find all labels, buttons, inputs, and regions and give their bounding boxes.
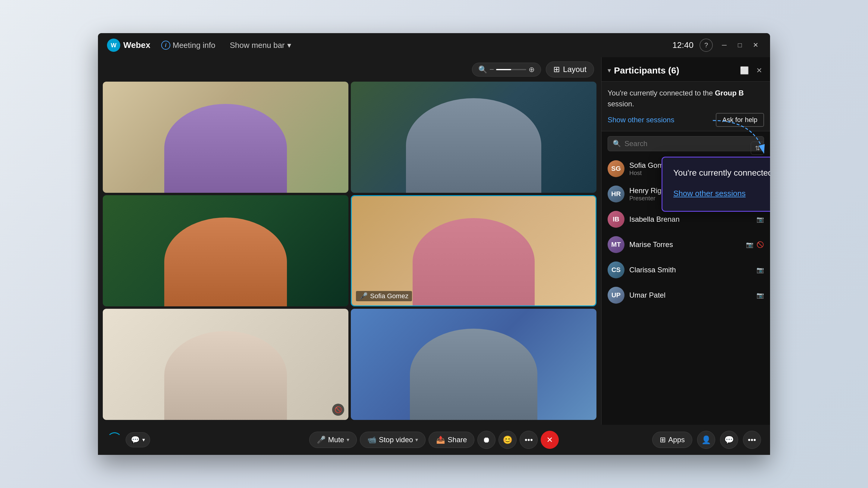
video-placeholder-6 (351, 309, 596, 420)
video-placeholder-2 (351, 82, 596, 193)
video-placeholder-1 (103, 82, 348, 193)
session-actions: Show other sessions Ask for help (608, 113, 764, 127)
chevron-down-icon: ▾ (287, 41, 291, 50)
session-message-end: session. (608, 100, 634, 108)
person-silhouette-1 (164, 104, 287, 193)
participants-button[interactable]: 👤 (697, 431, 715, 449)
more-button[interactable]: ••• (743, 431, 761, 449)
mic-muted-icon-marise: 🚫 (756, 241, 764, 248)
layout-label: Layout (563, 65, 587, 74)
participant-info-isabella: Isabella Brenan (629, 215, 752, 224)
more-options-icon: ••• (525, 435, 533, 445)
participant-info-umar: Umar Patel (629, 291, 752, 299)
chat-button[interactable]: 💬 (720, 431, 738, 449)
participants-icon: 👤 (701, 435, 711, 445)
apps-icon: ⊞ (660, 435, 666, 444)
minimize-button[interactable]: ─ (719, 40, 730, 51)
meeting-info-button[interactable]: i Meeting info (158, 39, 219, 52)
meeting-info-label: Meeting info (173, 41, 216, 50)
share-button[interactable]: 📤 Share (429, 432, 474, 448)
more-icon: ••• (748, 435, 756, 445)
apps-label: Apps (668, 435, 685, 444)
messages-button[interactable]: 💬 ▾ (126, 432, 150, 447)
sort-button[interactable]: ⇅ (751, 141, 764, 155)
person-silhouette-6 (410, 329, 538, 420)
layout-icon: ⊞ (553, 65, 560, 74)
zoom-slider[interactable] (496, 69, 526, 70)
video-dropdown-arrow[interactable]: ▾ (415, 436, 418, 443)
layout-button[interactable]: ⊞ Layout (546, 61, 594, 77)
stop-video-label: Stop video (379, 435, 413, 444)
record-button[interactable]: ⏺ (477, 431, 495, 449)
messages-icon: 💬 (131, 435, 140, 444)
video-icon: 📹 (367, 435, 376, 444)
participant-item-marise[interactable]: MT Marise Torres 📷 🚫 (601, 232, 770, 257)
participant-item-clarissa[interactable]: CS Clarissa Smith 📷 (601, 257, 770, 283)
chevron-messages: ▾ (142, 436, 145, 443)
share-label: Share (447, 435, 467, 444)
mute-label: Mute (328, 435, 344, 444)
session-banner: You're currently connected to the Group … (601, 82, 770, 131)
video-placeholder-3 (103, 195, 348, 306)
video-cell-5: 🚫 (103, 309, 348, 420)
apps-button[interactable]: ⊞ Apps (652, 432, 692, 448)
panel-icons: ⬜ ✕ (738, 64, 764, 76)
video-cell-6 (351, 309, 596, 420)
participants-panel: ▾ Participants (6) ⬜ ✕ You're currently … (601, 57, 770, 425)
zoom-out-icon[interactable]: 🔍 (478, 65, 487, 74)
main-window: W Webex i Meeting info Show menu bar ▾ 1… (98, 33, 770, 455)
mute-dropdown-arrow[interactable]: ▾ (347, 436, 349, 443)
panel-popout-icon[interactable]: ⬜ (738, 64, 751, 76)
participant-controls-isabella: 📷 (756, 216, 764, 223)
title-bar-right: 12:40 ? ─ □ ✕ (673, 38, 761, 52)
reactions-icon: 😊 (503, 435, 513, 445)
time-display: 12:40 (673, 40, 693, 50)
video-placeholder-4 (352, 196, 595, 305)
tooltip-actions: Show other sessions Ask for help (673, 185, 770, 202)
bottom-left: 💬 ▾ (107, 432, 268, 447)
close-button[interactable]: ✕ (750, 40, 761, 51)
help-button[interactable]: ? (700, 38, 713, 52)
participant-name-isabella: Isabella Brenan (629, 215, 752, 224)
share-icon: 📤 (436, 435, 445, 444)
meeting-info-icon: i (161, 41, 170, 50)
participant-controls-marise: 📷 🚫 (746, 241, 764, 248)
video-grid: 🎤 Sofia Gomez 🚫 (98, 82, 601, 425)
zoom-in-icon[interactable]: ⊕ (529, 65, 535, 74)
avatar-umar: UP (608, 287, 624, 304)
search-input[interactable] (624, 139, 759, 148)
more-options-button[interactable]: ••• (520, 431, 538, 449)
person-silhouette-4 (412, 218, 535, 305)
mic-icon: 🎤 (317, 435, 326, 444)
participant-item-umar[interactable]: UP Umar Patel 📷 (601, 283, 770, 308)
zoom-control[interactable]: 🔍 ─ ⊕ (472, 63, 541, 76)
webex-logo-label: Webex (123, 40, 150, 50)
tooltip-text: You're currently connected to the Group … (673, 167, 770, 179)
zoom-minus-icon: ─ (490, 66, 494, 73)
content-area: 🔍 ─ ⊕ ⊞ Layout (98, 57, 770, 425)
loading-indicator (107, 432, 122, 447)
video-cell-1 (103, 82, 348, 193)
show-menu-bar-button[interactable]: Show menu bar ▾ (226, 39, 294, 52)
tooltip-show-other-sessions-link[interactable]: Show other sessions (673, 189, 746, 198)
avatar-isabella: IB (608, 211, 624, 228)
tooltip-message-start: You're currently connected to the (673, 168, 770, 177)
maximize-button[interactable]: □ (735, 40, 745, 51)
panel-expand-icon[interactable]: ▾ (608, 67, 611, 74)
video-icon-clarissa: 📷 (756, 266, 764, 273)
ask-help-button[interactable]: Ask for help (716, 113, 764, 127)
show-other-sessions-link[interactable]: Show other sessions (608, 116, 674, 124)
webex-logo: W Webex (107, 38, 150, 52)
panel-close-icon[interactable]: ✕ (754, 64, 764, 76)
stop-video-button[interactable]: 📹 Stop video ▾ (360, 432, 426, 448)
video-icon-marise: 📷 (746, 241, 753, 248)
participant-controls-umar: 📷 (756, 292, 764, 299)
muted-mic-icon-5: 🚫 (335, 406, 342, 413)
mute-button[interactable]: 🎤 Mute ▾ (309, 432, 357, 448)
session-text: You're currently connected to the Group … (608, 88, 764, 109)
reactions-button[interactable]: 😊 (498, 431, 517, 449)
participant-info-clarissa: Clarissa Smith (629, 266, 752, 274)
end-call-button[interactable]: ✕ (541, 431, 559, 449)
avatar-clarissa: CS (608, 261, 624, 278)
muted-badge-5: 🚫 (332, 404, 344, 416)
